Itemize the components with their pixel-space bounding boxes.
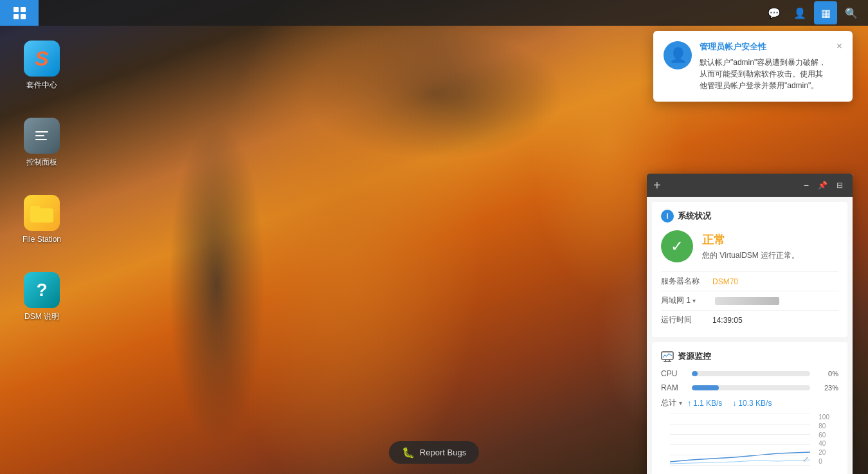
desktop-icon-package-center[interactable]: S 套件中心 bbox=[16, 35, 68, 96]
chart-label-40: 40 bbox=[818, 440, 829, 447]
network-chart: 100 80 60 40 20 0 ⤢ bbox=[670, 414, 829, 465]
sys-status-section: i 系统状况 ✓ 正常 您的 VirtualDSM 运行正常。 服务器名称 DS… bbox=[652, 202, 847, 337]
package-center-icon: S bbox=[24, 41, 60, 77]
network-row: 局域网 1 ▾ bbox=[661, 291, 838, 310]
resource-monitor-icon bbox=[661, 350, 674, 363]
chart-canvas bbox=[670, 414, 810, 465]
server-name-label: 服务器名称 bbox=[661, 276, 712, 287]
ram-bar-container bbox=[692, 385, 810, 390]
upload-arrow: ↑ bbox=[687, 399, 691, 408]
desktop-icon-file-station[interactable]: File Station bbox=[16, 190, 68, 250]
package-center-label: 套件中心 bbox=[26, 80, 57, 91]
control-panel-label: 控制面板 bbox=[26, 158, 57, 168]
widget-titlebar: + − 📌 ⊟ bbox=[647, 174, 853, 197]
server-name-value: DSM70 bbox=[712, 277, 738, 286]
widget-title-left: + bbox=[653, 179, 661, 192]
cpu-bar-fill bbox=[692, 371, 698, 376]
ram-percentage: 23% bbox=[815, 384, 838, 392]
cpu-row: CPU 0% bbox=[661, 369, 838, 378]
network-stats: ↑ 1.1 KB/s ↓ 10.3 KB/s bbox=[687, 399, 772, 408]
chart-label-80: 80 bbox=[818, 423, 829, 430]
app-grid-button[interactable] bbox=[0, 0, 39, 26]
uptime-label: 运行时间 bbox=[661, 314, 712, 325]
desktop-icon-dsm-help[interactable]: ? DSM 说明 bbox=[16, 267, 68, 327]
system-status-widget: + − 📌 ⊟ i 系统状况 ✓ 正常 您的 VirtualDSM 运行正常。 … bbox=[647, 174, 853, 474]
file-station-label: File Station bbox=[23, 235, 61, 245]
resource-header: 资源监控 bbox=[661, 350, 838, 363]
uptime-row: 运行时间 14:39:05 bbox=[661, 310, 838, 329]
sys-status-title: 系统状况 bbox=[678, 210, 711, 222]
sys-info-icon: i bbox=[661, 210, 674, 223]
taskbar: 💬 👤 ▦ 🔍 bbox=[0, 0, 868, 26]
svg-rect-2 bbox=[30, 206, 40, 211]
chart-label-0: 0 bbox=[818, 458, 829, 465]
download-arrow: ↓ bbox=[732, 399, 736, 408]
report-bugs-label: Report Bugs bbox=[420, 448, 466, 457]
sys-status-body: ✓ 正常 您的 VirtualDSM 运行正常。 bbox=[661, 230, 838, 262]
notification-content: 管理员帐户安全性 默认帐户"admin"容易遭到暴力破解，从而可能受到勒索软件攻… bbox=[700, 41, 829, 91]
desktop-icon-control-panel[interactable]: 控制面板 bbox=[16, 113, 68, 173]
network-dropdown[interactable]: ▾ bbox=[692, 297, 696, 304]
chart-expand-button[interactable]: ⤢ bbox=[802, 455, 809, 464]
widget-pin-button[interactable]: 📌 bbox=[815, 179, 831, 191]
widget-minimize-button[interactable]: − bbox=[800, 179, 812, 192]
download-value: 10.3 KB/s bbox=[738, 399, 772, 408]
taskbar-right: 💬 👤 ▦ 🔍 bbox=[763, 1, 868, 24]
user-icon-button[interactable]: 👤 bbox=[788, 1, 811, 24]
network-download-speed: ↓ 10.3 KB/s bbox=[732, 399, 772, 408]
resource-monitor-section: 资源监控 CPU 0% RAM 23% 总计 ▾ ↑ bbox=[652, 342, 847, 474]
chart-label-60: 60 bbox=[818, 432, 829, 439]
sys-status-header: i 系统状况 bbox=[661, 210, 838, 223]
upload-value: 1.1 KB/s bbox=[693, 399, 722, 408]
report-bugs-button[interactable]: 🐛 Report Bugs bbox=[389, 441, 479, 464]
notification-close-button[interactable]: × bbox=[836, 41, 842, 51]
chart-label-20: 20 bbox=[818, 449, 829, 456]
widget-expand-button[interactable]: ⊟ bbox=[833, 179, 846, 191]
widget-add-button[interactable]: + bbox=[653, 179, 661, 192]
notification-icon: 👤 bbox=[664, 41, 692, 69]
notification-title: 管理员帐户安全性 bbox=[700, 41, 829, 53]
network-upload-speed: ↑ 1.1 KB/s bbox=[687, 399, 722, 408]
status-check-icon: ✓ bbox=[661, 230, 693, 262]
cpu-percentage: 0% bbox=[815, 370, 838, 378]
network-total-button[interactable]: 总计 ▾ bbox=[661, 397, 682, 408]
network-total-label: 总计 bbox=[661, 397, 676, 408]
resource-monitor-title: 资源监控 bbox=[678, 351, 711, 362]
chart-label-100: 100 bbox=[818, 414, 829, 421]
dsm-help-label: DSM 说明 bbox=[24, 312, 59, 322]
cpu-label: CPU bbox=[661, 369, 687, 378]
control-panel-icon bbox=[24, 118, 60, 154]
uptime-value: 14:39:05 bbox=[712, 316, 743, 325]
grid-icon bbox=[14, 7, 26, 19]
file-station-icon bbox=[24, 195, 60, 231]
chat-icon-button[interactable]: 💬 bbox=[763, 1, 786, 24]
status-normal-text: 正常 bbox=[702, 232, 799, 248]
ram-bar-fill bbox=[692, 385, 719, 390]
widget-controls: − 📌 ⊟ bbox=[800, 179, 846, 192]
server-name-row: 服务器名称 DSM70 bbox=[661, 271, 838, 291]
dsm-help-icon: ? bbox=[24, 272, 60, 308]
ram-label: RAM bbox=[661, 383, 687, 392]
status-description: 您的 VirtualDSM 运行正常。 bbox=[702, 250, 799, 261]
ram-row: RAM 23% bbox=[661, 383, 838, 392]
network-ip-display bbox=[715, 297, 779, 305]
grid-view-button[interactable]: ▦ bbox=[814, 1, 837, 24]
network-label: 局域网 1 ▾ bbox=[661, 295, 712, 306]
notification-popup: 👤 管理员帐户安全性 默认帐户"admin"容易遭到暴力破解，从而可能受到勒索软… bbox=[653, 31, 853, 102]
cpu-bar-container bbox=[692, 371, 810, 376]
search-icon-button[interactable]: 🔍 bbox=[840, 1, 863, 24]
notification-body: 默认帐户"admin"容易遭到暴力破解，从而可能受到勒索软件攻击。使用其他管理员… bbox=[700, 57, 829, 91]
status-text-block: 正常 您的 VirtualDSM 运行正常。 bbox=[702, 232, 799, 261]
bug-icon: 🐛 bbox=[402, 446, 415, 459]
taskbar-left bbox=[0, 0, 39, 26]
network-dropdown-icon: ▾ bbox=[679, 399, 682, 406]
network-speed-row: 总计 ▾ ↑ 1.1 KB/s ↓ 10.3 KB/s bbox=[661, 397, 838, 408]
chart-y-labels: 100 80 60 40 20 0 bbox=[818, 414, 829, 465]
